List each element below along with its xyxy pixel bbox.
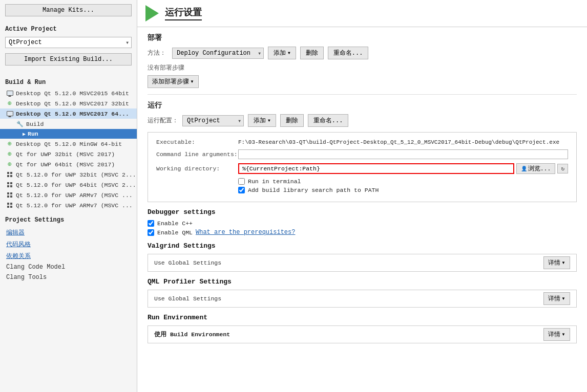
settings-item-editor[interactable]: 编辑器 (0, 227, 137, 238)
build-run-section: Build & Run Desktop Qt 5.12.0 MSVC2015 6… (0, 74, 137, 210)
monitor-icon (6, 110, 13, 117)
kit-label: Qt 5.12.0 for UWP ARMv7 (MSVC ... (16, 192, 133, 199)
deploy-config-select[interactable]: Deploy Configuration (172, 48, 264, 59)
add-deploy-step-button[interactable]: 添加部署步骤 (148, 75, 199, 88)
kit-item-uwp-armv7-2[interactable]: Qt 5.12.0 for UWP ARMv7 (MSVC ... (0, 200, 137, 210)
workdir-row: Working directory: 👤 浏览... ↻ (156, 163, 568, 174)
deploy-delete-button[interactable]: 删除 (300, 47, 324, 59)
qml-profiler-details-button[interactable]: 详情 (543, 292, 570, 305)
reset-button[interactable]: ↻ (557, 164, 568, 173)
prerequisites-link[interactable]: What are the prerequisites? (196, 229, 295, 236)
executable-row: Executable: F:\03-Research\03-QT\build-Q… (156, 139, 568, 145)
browse-button[interactable]: 👤 浏览... (516, 163, 556, 174)
qml-profiler-section: QML Profiler Settings Use Global Setting… (148, 278, 577, 308)
run-add-button[interactable]: 添加 (248, 114, 276, 127)
plus-circle-icon: ⊕ (6, 100, 13, 107)
build-run-label: Build & Run (0, 74, 137, 88)
manage-kits-button[interactable]: Manage Kits... (5, 4, 132, 16)
kit-item-msvc2017-64[interactable]: Desktop Qt 5.12.0 MSVC2017 64... (0, 108, 137, 119)
workdir-input[interactable] (238, 163, 514, 174)
valgrind-title: Valgrind Settings (148, 242, 577, 250)
kit-item-run[interactable]: ▶ Run (0, 129, 137, 139)
deploy-add-button[interactable]: 添加 (268, 47, 296, 59)
workdir-label: Working directory: (156, 165, 238, 172)
executable-value: F:\03-Research\03-QT\build-QtProject-Des… (238, 139, 559, 145)
qml-profiler-title: QML Profiler Settings (148, 278, 577, 286)
divider-1 (148, 94, 577, 95)
run-config-row: 运行配置： QtProject 添加 删除 重命名... (148, 114, 577, 127)
enable-qml-row: Enable QML What are the prerequisites? (148, 229, 577, 236)
main-title: 运行设置 (165, 6, 202, 20)
valgrind-row: Use Global Settings 详情 (148, 254, 577, 272)
plus-circle-icon: ⊕ (6, 140, 13, 147)
settings-item-clang-tools[interactable]: Clang Tools (0, 272, 137, 282)
main-content: 运行设置 部署 方法： Deploy Configuration 添加 删除 重… (137, 0, 587, 392)
run-environment-section: Run Environment 使用 Build Environment 详情 (148, 314, 577, 343)
grid-icon (6, 181, 13, 188)
kit-item-build[interactable]: 🔧 Build (0, 119, 137, 129)
settings-item-clang-code-model[interactable]: Clang Code Model (0, 262, 137, 272)
project-settings-label: Project Settings (0, 210, 137, 227)
run-env-details-button[interactable]: 详情 (543, 328, 570, 341)
cmdline-label: Command line arguments: (156, 151, 238, 158)
enable-cpp-row: Enable C++ (148, 220, 577, 227)
grid-icon (6, 171, 13, 178)
kit-item-uwp-32-5120[interactable]: Qt 5.12.0 for UWP 32bit (MSVC 2... (0, 169, 137, 180)
no-steps-text: 没有部署步骤 (148, 63, 577, 72)
cmdline-input[interactable] (238, 149, 568, 159)
run-env-row: 使用 Build Environment 详情 (148, 325, 577, 343)
enable-qml-checkbox[interactable] (148, 229, 154, 236)
enable-qml-label[interactable]: Enable QML (157, 229, 193, 236)
qml-profiler-row: Use Global Settings 详情 (148, 290, 577, 308)
run-env-title: Run Environment (148, 314, 577, 321)
enable-cpp-checkbox[interactable] (148, 220, 154, 227)
run-config-label: 运行配置： (148, 116, 178, 125)
manage-kits-section: Manage Kits... (5, 4, 132, 16)
run-rename-button[interactable]: 重命名... (308, 114, 349, 127)
active-project-dropdown: QtProject (5, 37, 132, 48)
import-existing-build-button[interactable]: Import Existing Build... (5, 53, 132, 66)
project-select[interactable]: QtProject (5, 37, 132, 48)
run-section-title: 运行 (148, 101, 577, 110)
run-in-terminal-row: Run in terminal (156, 178, 568, 185)
executable-label: Executable: (156, 139, 238, 145)
kit-label: Qt 5.12.0 for UWP ARMv7 (MSVC ... (16, 202, 133, 209)
run-config-select[interactable]: QtProject (182, 115, 244, 126)
plus-circle-icon: ⊕ (6, 150, 13, 158)
kit-item-uwp-32[interactable]: ⊕ Qt for UWP 32bit (MSVC 2017) (0, 149, 137, 159)
add-build-path-checkbox[interactable] (238, 187, 245, 193)
debugger-title: Debugger settings (148, 208, 577, 216)
run-in-terminal-label[interactable]: Run in terminal (248, 178, 301, 185)
deploy-method-row: 方法： Deploy Configuration 添加 删除 重命名... (148, 47, 577, 59)
kit-label: Qt for UWP 64bit (MSVC 2017) (16, 161, 115, 168)
kit-label: Desktop Qt 5.12.0 MSVC2017 64... (16, 111, 129, 117)
valgrind-details-button[interactable]: 详情 (543, 256, 570, 269)
kit-item-uwp-64[interactable]: ⊕ Qt for UWP 64bit (MSVC 2017) (0, 159, 137, 169)
main-body: 部署 方法： Deploy Configuration 添加 删除 重命名...… (137, 27, 587, 356)
run-delete-button[interactable]: 删除 (280, 114, 304, 127)
settings-item-code-style[interactable]: 代码风格 (0, 238, 137, 250)
valgrind-value: Use Global Settings (154, 259, 543, 266)
deploy-method-label: 方法： (148, 49, 168, 57)
add-build-path-label[interactable]: Add build library search path to PATH (248, 187, 379, 193)
run-in-terminal-checkbox[interactable] (238, 178, 245, 185)
kit-item-msvc2015-64[interactable]: Desktop Qt 5.12.0 MSVC2015 64bit (0, 88, 137, 98)
run-env-value: 使用 Build Environment (154, 331, 543, 338)
enable-cpp-label[interactable]: Enable C++ (157, 220, 193, 227)
qml-profiler-value: Use Global Settings (154, 295, 543, 302)
kit-item-msvc2017-32[interactable]: ⊕ Desktop Qt 5.12.0 MSVC2017 32bit (0, 98, 137, 108)
browse-label: 浏览... (528, 165, 551, 172)
deploy-rename-button[interactable]: 重命名... (328, 47, 369, 59)
kit-label: Qt for UWP 32bit (MSVC 2017) (16, 151, 115, 158)
kit-item-uwp-64-5120[interactable]: Qt 5.12.0 for UWP 64bit (MSVC 2... (0, 180, 137, 190)
kit-label: Desktop Qt 5.12.0 MSVC2017 32bit (16, 100, 129, 107)
settings-item-dependencies[interactable]: 依赖关系 (0, 250, 137, 262)
kit-item-uwp-armv7-1[interactable]: Qt 5.12.0 for UWP ARMv7 (MSVC ... (0, 190, 137, 200)
sidebar: Manage Kits... Active Project QtProject … (0, 0, 137, 392)
play-icon (145, 5, 159, 21)
plus-circle-icon: ⊕ (6, 161, 13, 168)
deploy-config-wrapper: Deploy Configuration (172, 48, 264, 59)
executable-box: Executable: F:\03-Research\03-QT\build-Q… (148, 132, 577, 202)
kit-item-mingw-64[interactable]: ⊕ Desktop Qt 5.12.0 MinGW 64-bit (0, 139, 137, 149)
monitor-icon (6, 90, 13, 97)
